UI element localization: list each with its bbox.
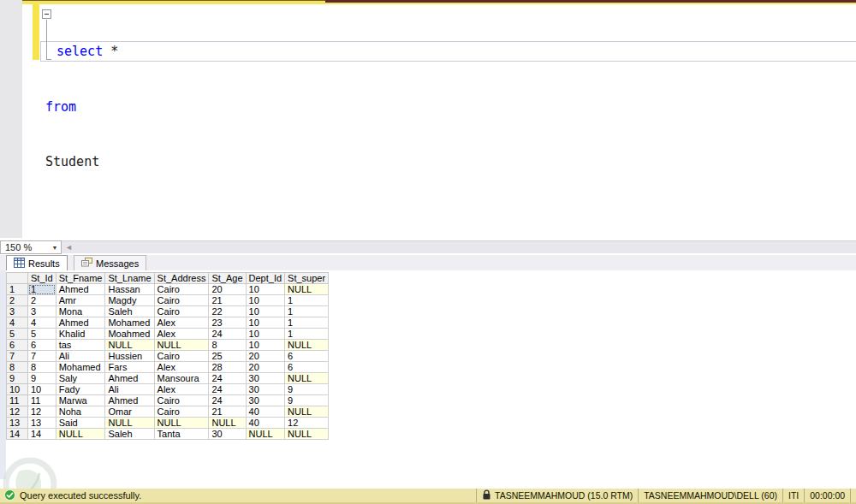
grid-cell[interactable]: 5 (28, 329, 56, 340)
grid-cell[interactable]: NULL (56, 429, 105, 440)
grid-cell[interactable]: Hussien (105, 351, 154, 362)
grid-row-header[interactable]: 11 (7, 395, 28, 406)
chevron-down-icon[interactable]: ▼ (49, 245, 61, 251)
grid-row-header[interactable]: 14 (7, 429, 28, 440)
grid-cell[interactable]: 4 (28, 317, 56, 329)
results-grid[interactable]: St_IdSt_FnameSt_LnameSt_AddressSt_AgeDep… (6, 272, 329, 440)
grid-cell[interactable]: 10 (28, 384, 56, 395)
grid-cell[interactable]: 9 (28, 373, 56, 384)
grid-cell[interactable]: 1 (285, 329, 329, 340)
grid-cell[interactable]: Cairo (154, 395, 209, 406)
grid-cell[interactable]: Marwa (56, 395, 105, 406)
grid-cell[interactable]: 24 (209, 329, 246, 340)
grid-cell[interactable]: 12 (285, 418, 329, 429)
grid-cell[interactable]: 6 (285, 351, 329, 362)
grid-cell[interactable]: NULL (154, 418, 209, 429)
grid-cell[interactable]: 3 (28, 306, 56, 317)
grid-cell[interactable]: Noha (56, 406, 105, 418)
grid-row-header[interactable]: 13 (7, 418, 28, 429)
grid-cell[interactable]: 30 (246, 373, 285, 384)
grid-cell[interactable]: NULL (105, 418, 154, 429)
tab-messages[interactable]: Messages (74, 255, 146, 270)
grid-cell[interactable]: 24 (209, 384, 246, 395)
grid-cell[interactable]: Ahmed (56, 317, 105, 329)
grid-cell[interactable]: 20 (246, 362, 285, 373)
grid-cell[interactable]: 1 (285, 295, 329, 306)
grid-cell[interactable]: 21 (209, 406, 246, 418)
grid-cell[interactable]: Alex (154, 362, 209, 373)
database-status-segment[interactable]: ITI (782, 489, 804, 502)
grid-cell[interactable]: 6 (285, 362, 329, 373)
grid-cell[interactable]: Tanta (154, 429, 209, 440)
editor-zoom-dropdown[interactable]: 150 % ▼ (0, 240, 62, 254)
query-editor[interactable]: select * from Student (0, 4, 856, 240)
grid-cell[interactable]: Moahmed (105, 329, 154, 340)
grid-cell[interactable]: Saleh (105, 306, 154, 317)
grid-cell[interactable]: 28 (209, 362, 246, 373)
grid-cell[interactable]: 14 (28, 429, 56, 440)
grid-row-header[interactable]: 8 (7, 362, 28, 373)
grid-row-header[interactable]: 7 (7, 351, 28, 362)
grid-row-header[interactable]: 5 (7, 329, 28, 340)
grid-cell[interactable]: NULL (105, 340, 154, 351)
grid-row-header[interactable]: 12 (7, 406, 28, 418)
grid-cell[interactable]: 30 (246, 395, 285, 406)
server-status-segment[interactable]: TASNEEMMAHMOUD (15.0 RTM) (476, 489, 638, 502)
grid-cell[interactable]: NULL (285, 373, 329, 384)
grid-cell[interactable]: Saly (56, 373, 105, 384)
grid-cell[interactable]: 10 (246, 340, 285, 351)
grid-cell[interactable]: 1 (28, 284, 56, 295)
grid-cell[interactable]: 20 (246, 351, 285, 362)
grid-cell[interactable]: Cairo (154, 351, 209, 362)
grid-column-header[interactable]: St_Id (28, 273, 56, 284)
grid-corner-header[interactable] (7, 273, 28, 284)
grid-cell[interactable]: 1 (285, 317, 329, 329)
grid-cell[interactable]: 24 (209, 373, 246, 384)
grid-cell[interactable]: NULL (285, 340, 329, 351)
grid-cell[interactable]: NULL (285, 406, 329, 418)
grid-cell[interactable]: 10 (246, 284, 285, 295)
grid-cell[interactable]: 2 (28, 295, 56, 306)
grid-cell[interactable]: Hassan (105, 284, 154, 295)
grid-row-header[interactable]: 9 (7, 373, 28, 384)
grid-cell[interactable]: 1 (285, 306, 329, 317)
grid-cell[interactable]: 6 (28, 340, 56, 351)
grid-cell[interactable]: 13 (28, 418, 56, 429)
grid-cell[interactable]: Ahmed (56, 284, 105, 295)
grid-cell[interactable]: 22 (209, 306, 246, 317)
grid-column-header[interactable]: St_Age (209, 273, 246, 284)
grid-row-header[interactable]: 6 (7, 340, 28, 351)
grid-cell[interactable]: 40 (246, 418, 285, 429)
grid-cell[interactable]: 25 (209, 351, 246, 362)
grid-cell[interactable]: NULL (209, 418, 246, 429)
grid-column-header[interactable]: Dept_Id (246, 273, 285, 284)
grid-cell[interactable]: 24 (209, 395, 246, 406)
tab-results[interactable]: Results (6, 255, 68, 270)
grid-cell[interactable]: Mona (56, 306, 105, 317)
grid-cell[interactable]: 30 (246, 384, 285, 395)
grid-cell[interactable]: 8 (209, 340, 246, 351)
grid-cell[interactable]: 30 (209, 429, 246, 440)
grid-column-header[interactable]: St_super (285, 273, 329, 284)
grid-cell[interactable]: tas (56, 340, 105, 351)
grid-cell[interactable]: Alex (154, 317, 209, 329)
grid-cell[interactable]: Cairo (154, 306, 209, 317)
sql-code[interactable]: select * from Student (45, 6, 118, 209)
grid-cell[interactable]: Fars (105, 362, 154, 373)
grid-column-header[interactable]: St_Fname (56, 273, 105, 284)
grid-row-header[interactable]: 4 (7, 317, 28, 329)
grid-cell[interactable]: NULL (285, 284, 329, 295)
grid-cell[interactable]: 40 (246, 406, 285, 418)
grid-cell[interactable]: 12 (28, 406, 56, 418)
grid-cell[interactable]: Mohamed (105, 317, 154, 329)
grid-cell[interactable]: Ali (56, 351, 105, 362)
grid-cell[interactable]: 10 (246, 306, 285, 317)
grid-cell[interactable]: 21 (209, 295, 246, 306)
grid-cell[interactable]: Alex (154, 329, 209, 340)
grid-cell[interactable]: Ahmed (105, 395, 154, 406)
grid-cell[interactable]: Said (56, 418, 105, 429)
grid-cell[interactable]: Ali (105, 384, 154, 395)
grid-cell[interactable]: Ahmed (105, 373, 154, 384)
user-status-segment[interactable]: TASNEEMMAHMOUD\DELL (60) (638, 489, 782, 502)
grid-cell[interactable]: NULL (154, 340, 209, 351)
